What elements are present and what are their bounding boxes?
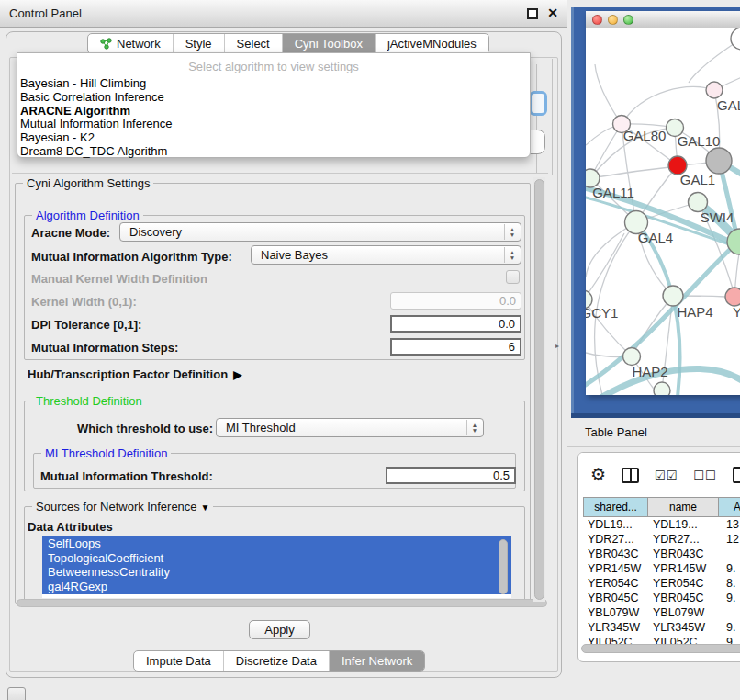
page-icon[interactable] xyxy=(733,467,740,483)
algorithm-option[interactable]: Bayesian - K2 xyxy=(17,131,530,145)
network-edge[interactable] xyxy=(586,127,613,145)
frame-highlight xyxy=(571,7,574,418)
algorithm-option[interactable]: Dream8 DC_TDC Algorithm xyxy=(17,145,530,159)
table-cell: YBR045C xyxy=(648,591,719,605)
tab-impute-data[interactable]: Impute Data xyxy=(134,651,224,671)
tab-discretize-data[interactable]: Discretize Data xyxy=(224,651,330,671)
tab-select[interactable]: Select xyxy=(225,34,283,53)
kernel-width-field[interactable]: 0.0 xyxy=(390,292,521,310)
restore-icon[interactable] xyxy=(527,8,538,19)
which-threshold-select[interactable]: MI Threshold ▲▼ xyxy=(216,418,484,437)
node-bottom-partial[interactable] xyxy=(654,382,670,395)
table-horizontal-scrollbar[interactable] xyxy=(581,644,740,653)
checked-boxes-icon[interactable]: ☑☑ xyxy=(655,469,678,482)
column-header-name[interactable]: name xyxy=(648,497,719,517)
table-cell: 9. xyxy=(719,561,740,576)
mi-steps-field[interactable]: 6 xyxy=(390,338,521,356)
network-edge[interactable] xyxy=(622,86,714,124)
table-column-headers: shared...nameA... xyxy=(583,497,740,517)
network-edge-highlighted[interactable] xyxy=(602,368,740,395)
tab-label: Select xyxy=(237,37,270,51)
table-cell: YLR345W xyxy=(648,620,719,635)
node-hap2-label: HAP2 xyxy=(632,364,667,379)
tab-infer-network[interactable]: Infer Network xyxy=(330,651,424,671)
node-hap2[interactable] xyxy=(623,348,641,366)
attributes-vertical-scrollbar[interactable] xyxy=(499,539,508,594)
table-row[interactable]: YDL19...YDL19...13 xyxy=(583,517,740,532)
table-cell: 9. xyxy=(719,620,740,635)
table-cell: YER054C xyxy=(583,576,648,591)
algorithm-option[interactable]: Bayesian - Hill Climbing xyxy=(17,77,530,91)
node-gray[interactable] xyxy=(706,148,732,174)
table-row[interactable]: YER054CYER054C8. xyxy=(583,576,740,591)
algorithm-dropdown-popup: Select algorithm to view settings Bayesi… xyxy=(17,52,531,158)
table-row[interactable]: YPR145WYPR145W9. xyxy=(583,561,740,576)
table-row[interactable]: YBL079WYBL079W xyxy=(583,605,740,620)
stepper-arrows-icon[interactable]: ▲▼ xyxy=(504,224,520,240)
algorithm-list: Bayesian - Hill ClimbingBasic Correlatio… xyxy=(17,77,530,159)
attribute-item[interactable]: TopologicalCoefficient xyxy=(42,551,511,566)
stepper-arrows-icon[interactable]: ▲▼ xyxy=(504,247,520,263)
network-edge[interactable] xyxy=(586,233,624,299)
attribute-item[interactable]: SelfLoops xyxy=(42,536,511,551)
node-gal-cut[interactable] xyxy=(706,82,723,98)
algorithm-dropdown-placeholder: Select algorithm to view settings xyxy=(17,60,530,77)
close-traffic-light-icon[interactable] xyxy=(592,15,602,25)
attribute-item[interactable]: gal4RGexp xyxy=(42,580,511,594)
algorithm-option[interactable]: Basic Correlation Inference xyxy=(17,91,530,105)
unchecked-boxes-icon[interactable]: ☐☐ xyxy=(693,469,716,482)
settings-vertical-scrollbar[interactable] xyxy=(534,179,544,600)
tab-label: Style xyxy=(185,37,212,51)
table-row[interactable]: YBR045CYBR045C9. xyxy=(583,591,740,605)
network-edge[interactable] xyxy=(595,64,622,124)
tab-label: Network xyxy=(117,37,161,51)
control-panel-titlebar: Control Panel xyxy=(0,0,567,28)
gear-icon[interactable]: ⚙ xyxy=(590,466,606,484)
table-panel-header: Table Panel xyxy=(567,418,740,447)
node-salmon-label: Y xyxy=(733,304,740,320)
node-top-partial[interactable] xyxy=(731,28,740,50)
column-header-shared[interactable]: shared... xyxy=(583,497,648,517)
dpi-tolerance-label: DPI Tolerance [0,1]: xyxy=(31,318,141,332)
group-title: Threshold Definition xyxy=(32,394,146,408)
network-edge[interactable] xyxy=(590,166,678,178)
split-columns-icon[interactable] xyxy=(622,468,639,483)
sources-collapse-toggle[interactable]: Sources for Network Inference▼ xyxy=(32,500,213,514)
attribute-item[interactable]: BetweennessCentrality xyxy=(42,565,511,580)
tab-label: Impute Data xyxy=(146,654,211,668)
tab-label: Infer Network xyxy=(342,654,412,668)
zoom-traffic-light-icon[interactable] xyxy=(623,15,633,25)
table-panel-title: Table Panel xyxy=(585,425,647,439)
splitter-handle[interactable]: ▸ xyxy=(555,341,565,352)
apply-button[interactable]: Apply xyxy=(249,620,310,639)
settings-horizontal-scrollbar[interactable] xyxy=(17,599,547,607)
table-row[interactable]: YDR27...YDR27...12 xyxy=(583,532,740,547)
stepper-arrows-icon[interactable]: ▲▼ xyxy=(466,420,482,435)
close-icon[interactable]: ✕ xyxy=(545,6,560,22)
column-header-a[interactable]: A... xyxy=(719,497,740,517)
table-cell: YBL079W xyxy=(648,605,719,620)
table-row[interactable]: YBR043CYBR043C xyxy=(583,547,740,561)
hub-definition-expander[interactable]: Hub/Transcription Factor Definition▶ xyxy=(28,367,241,381)
tab-cyni-toolbox[interactable]: Cyni Toolbox xyxy=(283,34,376,53)
mi-type-select[interactable]: Naive Bayes ▲▼ xyxy=(251,245,521,265)
network-window-titlebar[interactable] xyxy=(586,11,740,28)
tab-jactivemnodules[interactable]: jActiveMNodules xyxy=(376,34,488,53)
algorithm-option[interactable]: Mutual Information Inference xyxy=(17,118,530,131)
tab-label: jActiveMNodules xyxy=(387,37,477,51)
tab-network[interactable]: Network xyxy=(88,34,174,53)
table-cell: 12 xyxy=(719,532,740,547)
node-salmon[interactable] xyxy=(725,288,740,306)
table-row[interactable]: YLR345WYLR345W9. xyxy=(583,620,740,635)
aracne-mode-select[interactable]: Discovery ▲▼ xyxy=(119,222,521,242)
tab-style[interactable]: Style xyxy=(174,34,225,53)
node-hap4[interactable] xyxy=(663,286,683,306)
corner-mini-button[interactable] xyxy=(7,687,26,700)
group-title: MI Threshold Definition xyxy=(41,446,171,460)
mi-threshold-field[interactable]: 0.5 xyxy=(386,467,516,484)
manual-kernel-checkbox[interactable] xyxy=(506,270,520,284)
network-canvas[interactable]: GALGAL80GAL10GAL1GAL11SWI4GAL4GCY1HAP4YH… xyxy=(586,28,740,395)
dpi-tolerance-field[interactable]: 0.0 xyxy=(390,315,521,333)
minimize-traffic-light-icon[interactable] xyxy=(608,15,618,25)
algorithm-option[interactable]: ARACNE Algorithm xyxy=(17,105,530,119)
